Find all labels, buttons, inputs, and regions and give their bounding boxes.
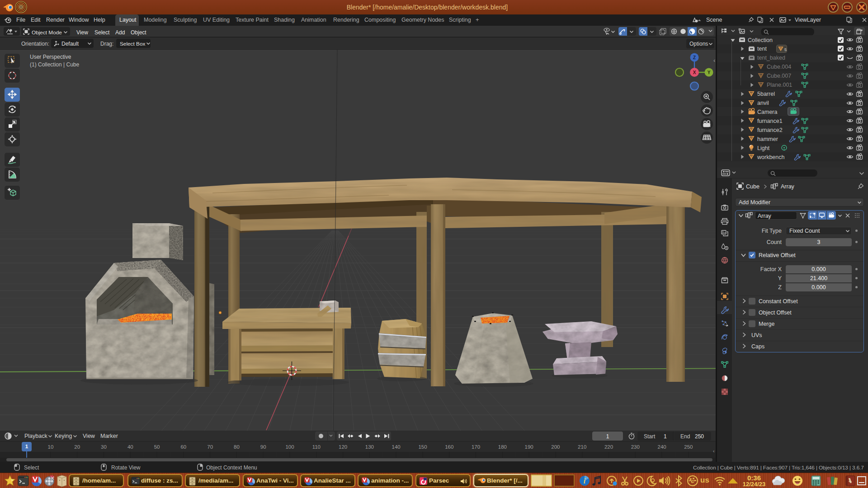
svg-text:230: 230 <box>631 444 640 450</box>
svg-text:X: X <box>693 70 696 75</box>
svg-text:90: 90 <box>260 444 266 450</box>
svg-text:30: 30 <box>101 444 107 450</box>
svg-text:Y: Y <box>708 70 711 75</box>
svg-text:60: 60 <box>180 444 186 450</box>
svg-text:190: 190 <box>525 444 533 450</box>
svg-text:150: 150 <box>418 444 427 450</box>
svg-text:160: 160 <box>445 444 453 450</box>
svg-text:250: 250 <box>684 444 693 450</box>
svg-text:100: 100 <box>285 444 294 450</box>
svg-text:110: 110 <box>312 444 321 450</box>
svg-text:240: 240 <box>657 444 666 450</box>
svg-text:210: 210 <box>578 444 586 450</box>
svg-text:80: 80 <box>234 444 240 450</box>
svg-text:180: 180 <box>498 444 507 450</box>
svg-text:50: 50 <box>154 444 160 450</box>
svg-text:10: 10 <box>48 444 54 450</box>
svg-text:140: 140 <box>392 444 401 450</box>
svg-text:Z: Z <box>693 55 696 60</box>
svg-text:120: 120 <box>339 444 347 450</box>
svg-text:20: 20 <box>74 444 80 450</box>
svg-text:70: 70 <box>207 444 213 450</box>
svg-text:130: 130 <box>365 444 374 450</box>
svg-text:170: 170 <box>472 444 480 450</box>
svg-text:200: 200 <box>551 444 560 450</box>
svg-text:i: i <box>584 477 586 485</box>
svg-text:40: 40 <box>127 444 133 450</box>
svg-text:220: 220 <box>604 444 613 450</box>
